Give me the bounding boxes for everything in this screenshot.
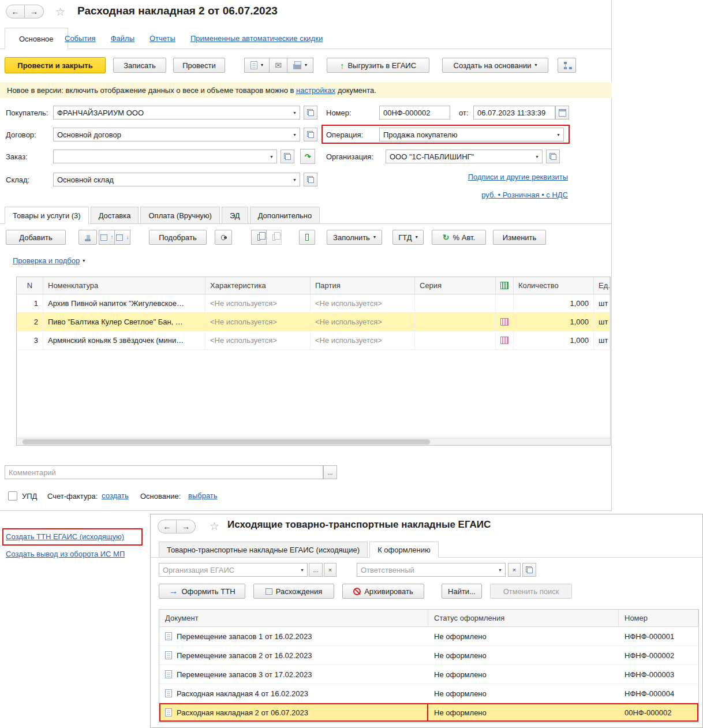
dropdown-caret-icon[interactable]: ▾ — [267, 150, 276, 163]
number-field[interactable] — [379, 106, 450, 120]
export-table-button[interactable] — [299, 230, 315, 245]
comment-field[interactable] — [5, 465, 323, 479]
date-input[interactable] — [474, 106, 555, 119]
create-ttn-egais-link[interactable]: Создать ТТН ЕГАИС (исходящую) — [6, 532, 124, 541]
comment-more-button[interactable]: ... — [323, 465, 337, 479]
responsible-clear-button[interactable]: × — [508, 563, 521, 577]
gtd-button[interactable]: ГТД▾ — [392, 230, 424, 245]
auto-discount-button[interactable]: ↻% Авт. — [432, 230, 486, 245]
contract-input[interactable] — [54, 128, 290, 141]
dropdown-caret-icon[interactable]: ▾ — [290, 128, 300, 141]
check-and-pick-menu[interactable]: Проверка и подбор ▾ — [13, 256, 85, 265]
operation-field[interactable]: ▾ — [379, 128, 564, 141]
post-and-close-button[interactable]: Провести и закрыть — [5, 57, 106, 73]
table-row[interactable]: Перемещение запасов 3 от 17.02.2023 Не о… — [159, 665, 698, 684]
dropdown-caret-icon[interactable]: ▾ — [297, 563, 307, 576]
fill-button[interactable]: Заполнить▾ — [327, 230, 382, 245]
organization-open-button[interactable] — [546, 150, 560, 163]
responsible-filter[interactable]: ▾ — [357, 563, 506, 577]
save-button[interactable]: Записать — [113, 58, 166, 73]
tab-reports[interactable]: Отчеты — [149, 34, 175, 43]
tab-delivery[interactable]: Доставка — [91, 207, 139, 224]
tab-goods-services[interactable]: Товары и услуги (3) — [5, 207, 89, 224]
column-header-nomenclature[interactable]: Номенклатура — [43, 277, 205, 294]
archive-button[interactable]: Архивировать — [342, 584, 424, 599]
tab-main[interactable]: Основное — [5, 28, 68, 49]
back-button[interactable]: ← — [6, 5, 25, 18]
tab-outgoing-ttn[interactable]: Товарно-транспортные накладные ЕГАИС (ис… — [159, 542, 368, 558]
table-row[interactable]: 1 Архив Пивной напиток "Жигулевское… <Не… — [17, 294, 610, 313]
back-button[interactable]: ← — [158, 520, 177, 533]
contract-field[interactable]: ▾ — [53, 128, 300, 141]
send-email-button[interactable]: ✉ — [269, 58, 287, 73]
column-header-status[interactable]: Статус оформления — [428, 610, 619, 626]
scrollbar-thumb[interactable] — [23, 439, 430, 445]
tab-to-issue[interactable]: К оформлению — [369, 542, 439, 558]
tab-ed[interactable]: ЭД — [222, 207, 248, 224]
structure-button[interactable] — [558, 58, 576, 73]
forward-button[interactable]: → — [177, 520, 196, 533]
dropdown-caret-icon[interactable]: ▾ — [495, 563, 505, 576]
issue-ttn-button[interactable]: →Оформить ТТН — [159, 584, 245, 599]
order-field[interactable]: ▾ — [53, 150, 277, 163]
calendar-button[interactable] — [555, 106, 569, 120]
upd-checkbox[interactable] — [8, 491, 17, 501]
operation-input[interactable] — [380, 128, 554, 141]
buyer-field[interactable]: ▾ — [53, 106, 300, 120]
print-button[interactable]: ▾ — [287, 58, 313, 73]
column-header-marking[interactable] — [496, 277, 514, 294]
edit-button[interactable]: Изменить — [493, 230, 546, 245]
find-button[interactable]: Найти... — [442, 584, 482, 599]
create-withdrawal-link[interactable]: Создать вывод из оборота ИС МП — [6, 550, 125, 558]
cancel-search-button[interactable]: Отменить поиск — [490, 584, 572, 599]
organization-field[interactable]: ▾ — [386, 150, 543, 163]
favorite-star-icon[interactable]: ☆ — [55, 6, 65, 17]
organization-more-button[interactable]: ... — [309, 563, 323, 577]
tab-auto-discounts[interactable]: Примененные автоматические скидки — [190, 34, 323, 43]
stamp-button[interactable] — [78, 230, 97, 245]
column-header-unit[interactable]: Ед. — [594, 277, 610, 294]
dropdown-caret-icon[interactable]: ▾ — [290, 106, 300, 119]
contract-open-button[interactable] — [304, 128, 317, 141]
pick-items-button[interactable]: Подобрать — [149, 230, 207, 245]
column-header-document[interactable]: Документ — [159, 610, 428, 626]
warehouse-input[interactable] — [54, 173, 290, 186]
table-row-selected-highlighted[interactable]: Расходная накладная 2 от 06.07.2023 Не о… — [159, 703, 698, 722]
currency-price-link[interactable]: руб. • Розничная • с НДС — [481, 191, 568, 199]
horizontal-scrollbar[interactable] — [17, 438, 610, 445]
table-row[interactable]: Расходная накладная 4 от 16.02.2023 Не о… — [159, 684, 698, 703]
table-row[interactable]: Перемещение запасов 1 от 16.02.2023 Не о… — [159, 627, 698, 646]
organization-clear-button[interactable]: × — [324, 563, 336, 577]
comment-input[interactable] — [5, 466, 323, 479]
tab-events[interactable]: События — [65, 34, 96, 43]
tab-payment[interactable]: Оплата (Вручную) — [140, 207, 219, 224]
unload-rows-button[interactable]: ↓ — [114, 230, 130, 245]
buyer-open-button[interactable] — [304, 106, 317, 120]
dropdown-caret-icon[interactable]: ▾ — [532, 150, 542, 163]
add-row-button[interactable]: Добавить — [6, 230, 66, 245]
view-button[interactable] — [215, 230, 232, 245]
create-invoice-link[interactable]: создать — [102, 491, 129, 500]
egais-organization-input[interactable] — [159, 563, 297, 576]
warehouse-open-button[interactable] — [304, 173, 317, 186]
responsible-input[interactable] — [357, 563, 495, 576]
choose-basis-link[interactable]: выбрать — [188, 491, 218, 500]
number-input[interactable] — [380, 106, 450, 119]
post-button[interactable]: Провести — [173, 58, 225, 73]
copy-button[interactable] — [251, 230, 267, 245]
dropdown-caret-icon[interactable]: ▾ — [554, 128, 563, 141]
discrepancies-button[interactable]: Расхождения — [253, 584, 334, 599]
paste-button[interactable] — [266, 230, 282, 245]
tab-additional[interactable]: Дополнительно — [250, 207, 320, 224]
order-create-button[interactable]: ↷ — [300, 149, 315, 164]
table-row[interactable]: Перемещение запасов 2 от 16.02.2023 Не о… — [159, 646, 698, 665]
forward-button[interactable]: → — [25, 5, 44, 18]
column-header-quantity[interactable]: Количество — [514, 277, 594, 294]
signatures-link[interactable]: Подписи и другие реквизиты — [468, 173, 568, 181]
order-open-button[interactable] — [281, 150, 294, 163]
column-header-number[interactable]: Номер — [619, 610, 698, 626]
column-header-series[interactable]: Серия — [415, 277, 496, 294]
warehouse-field[interactable]: ▾ — [53, 173, 300, 186]
attach-file-button[interactable]: ▾ — [244, 58, 270, 73]
table-row[interactable]: 3 Армянский коньяк 5 звёздочек (мини… <Н… — [17, 331, 610, 350]
